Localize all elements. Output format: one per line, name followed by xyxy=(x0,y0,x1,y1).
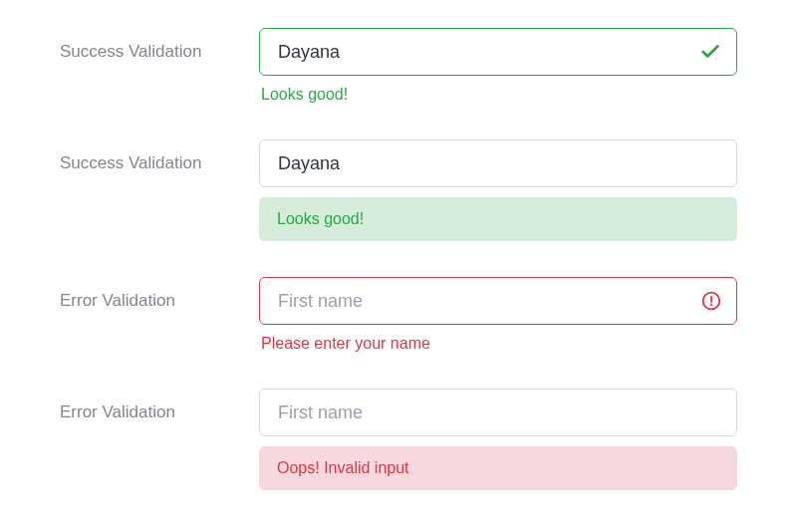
svg-point-2 xyxy=(711,304,712,305)
field-label: Error Validation xyxy=(60,277,259,311)
field-label: Error Validation xyxy=(60,389,259,422)
form-row-success-validation-1: Success Validation Looks good! xyxy=(60,28,737,104)
validation-feedback-box: Oops! Invalid input xyxy=(259,446,737,490)
input-wrapper xyxy=(259,389,737,436)
field-wrapper: Looks good! xyxy=(259,28,737,104)
field-label: Success Validation xyxy=(60,139,259,173)
input-wrapper xyxy=(259,28,737,76)
input-wrapper xyxy=(259,277,737,325)
first-name-input[interactable] xyxy=(259,389,737,436)
first-name-input[interactable] xyxy=(259,28,737,76)
first-name-input[interactable] xyxy=(259,277,737,325)
check-icon xyxy=(699,41,721,63)
validation-feedback: Looks good! xyxy=(259,86,737,104)
first-name-input[interactable] xyxy=(259,139,737,187)
field-wrapper: Looks good! xyxy=(259,139,737,241)
field-wrapper: Oops! Invalid input xyxy=(259,389,737,490)
alert-circle-icon xyxy=(701,291,721,311)
form-row-error-validation-2: Error Validation Oops! Invalid input xyxy=(60,389,737,490)
validation-feedback: Please enter your name xyxy=(259,335,737,353)
form-row-success-validation-2: Success Validation Looks good! xyxy=(60,139,737,241)
field-label: Success Validation xyxy=(60,28,259,62)
validation-feedback-box: Looks good! xyxy=(259,197,737,241)
input-wrapper xyxy=(259,139,737,187)
field-wrapper: Please enter your name xyxy=(259,277,737,353)
form-row-error-validation-1: Error Validation Please enter your name xyxy=(60,277,737,353)
